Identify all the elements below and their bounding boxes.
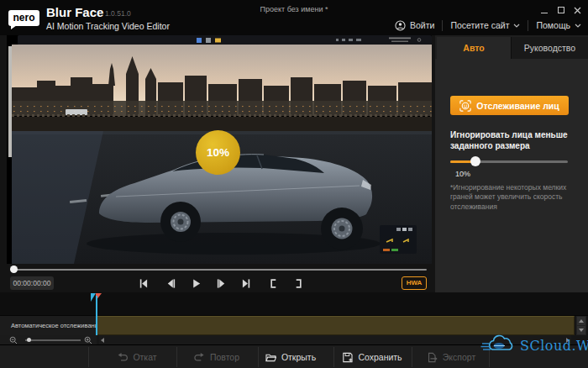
balustrade xyxy=(12,114,432,117)
divider xyxy=(176,347,177,367)
panel-body: Отслеживание лиц Игнорировать лица меньш… xyxy=(435,59,588,292)
mark-out-icon xyxy=(293,278,304,289)
app-title: Blur Face xyxy=(46,5,103,19)
scroll-up-button[interactable] xyxy=(577,317,585,325)
badge-value: 10% xyxy=(207,146,229,159)
export-label: Экспорт xyxy=(443,352,475,362)
undo-label: Откат xyxy=(133,352,156,362)
scroll-down-button[interactable] xyxy=(577,326,585,334)
redo-button[interactable]: Повтор xyxy=(194,345,239,368)
window-edge-sliver xyxy=(8,46,12,157)
frame-back-button[interactable] xyxy=(161,277,180,290)
help-button[interactable]: Помощь xyxy=(536,20,581,30)
track-faces-label: Отслеживание лиц xyxy=(476,101,559,111)
arrow-up-icon xyxy=(579,319,584,323)
save-button[interactable]: Сохранить xyxy=(342,345,402,368)
maximize-icon xyxy=(558,7,564,13)
divider xyxy=(258,347,259,367)
watermark: SCloud.WS xyxy=(480,334,588,356)
nero-logo-tail xyxy=(11,25,17,29)
zoom-in-icon[interactable] xyxy=(84,336,92,344)
app-window: nero Blur Face 1.0.51.0 AI Motion Tracki… xyxy=(0,0,588,368)
app-version: 1.0.51.0 xyxy=(105,9,131,18)
tab-manual-label: Руководство xyxy=(524,43,575,53)
open-button[interactable]: Открыть xyxy=(265,345,316,368)
minimize-icon xyxy=(541,13,548,13)
go-end-icon xyxy=(241,278,252,289)
mark-out-button[interactable] xyxy=(289,277,307,290)
export-button[interactable]: Экспорт xyxy=(427,345,475,368)
maximize-button[interactable] xyxy=(555,5,567,15)
visit-site-button[interactable]: Посетите сайт xyxy=(450,20,520,30)
user-circle-icon xyxy=(395,20,406,31)
tab-auto[interactable]: Авто xyxy=(437,37,511,59)
divider xyxy=(442,20,443,31)
ignore-size-label: Игнорировать лица меньше заданного разме… xyxy=(450,129,578,151)
save-label: Сохранить xyxy=(358,352,402,362)
chevron-down-icon xyxy=(575,24,581,28)
go-start-button[interactable] xyxy=(134,277,152,290)
open-folder-icon xyxy=(265,352,276,363)
track-header: Автоматическое отслеживание xyxy=(0,316,97,335)
size-slider-value: 10% xyxy=(455,170,470,178)
divider xyxy=(528,20,528,31)
divider xyxy=(88,347,89,367)
chevron-down-icon xyxy=(513,24,520,28)
auto-tracking-clip[interactable] xyxy=(97,316,575,335)
face-scan-icon xyxy=(459,100,471,112)
account-row: Войти Посетите сайт Помощь xyxy=(395,18,581,33)
app-subtitle: AI Motion Tracking Video Editor xyxy=(46,21,170,31)
nero-logo: nero xyxy=(8,10,39,26)
redo-label: Повтор xyxy=(210,352,239,362)
tab-auto-label: Авто xyxy=(463,43,484,53)
undo-button[interactable]: Откат xyxy=(117,345,156,368)
track-label: Автоматическое отслеживание xyxy=(11,322,102,329)
vertical-scrollbar xyxy=(576,316,586,335)
login-label: Войти xyxy=(410,20,434,30)
zoom-controls xyxy=(0,335,97,344)
scroll-left-icon[interactable] xyxy=(101,338,104,343)
panel-note: *Игнорирование некоторых мелких граней м… xyxy=(450,183,583,212)
mini-stats-overlay xyxy=(380,225,417,254)
size-slider-thumb[interactable] xyxy=(470,156,480,166)
mark-in-button[interactable] xyxy=(264,277,282,290)
timecode-display: 00:00:00:00 xyxy=(10,276,54,290)
go-end-button[interactable] xyxy=(237,277,255,290)
watermark-text: SCloud.WS xyxy=(520,338,588,354)
nero-logo-text: nero xyxy=(13,12,34,24)
frame-back-icon xyxy=(165,278,176,289)
undo-icon xyxy=(117,352,128,363)
frame-forward-button[interactable] xyxy=(212,277,230,290)
mark-in-icon xyxy=(268,278,279,289)
timeline-ruler[interactable]: 5s4f 10s9f 16s4f 21s9f 27s4f 32s9f 38s4f… xyxy=(0,292,588,315)
video-preview[interactable]: 10% xyxy=(7,35,432,264)
project-title: Проект без имени * xyxy=(260,5,328,13)
title-bar: nero Blur Face 1.0.51.0 AI Motion Tracki… xyxy=(0,0,588,35)
taskbar-strip xyxy=(18,35,432,45)
cloud-icon xyxy=(480,334,517,356)
settings-panel: Авто Руководство Отслеживание лиц Игнори… xyxy=(435,35,588,292)
arrow-down-icon xyxy=(579,329,584,332)
play-button[interactable] xyxy=(186,277,205,290)
hwa-toggle[interactable]: HWA xyxy=(402,276,427,290)
timeline-zoom-thumb[interactable] xyxy=(27,338,31,342)
boat xyxy=(66,109,87,115)
minimize-button[interactable] xyxy=(538,5,550,15)
redo-icon xyxy=(194,352,205,363)
export-icon xyxy=(427,352,438,363)
frame-forward-icon xyxy=(216,278,227,289)
seek-bar[interactable] xyxy=(12,269,427,271)
divider xyxy=(412,347,412,367)
login-button[interactable]: Войти xyxy=(395,20,434,31)
open-label: Открыть xyxy=(281,352,316,362)
tab-manual[interactable]: Руководство xyxy=(511,37,588,59)
close-button[interactable] xyxy=(571,5,583,15)
seek-thumb[interactable] xyxy=(10,265,18,273)
go-start-icon xyxy=(138,278,149,289)
zoom-out-icon[interactable] xyxy=(9,336,18,344)
timeline-zoom-slider[interactable] xyxy=(25,339,81,341)
embankment-wall xyxy=(12,117,432,131)
size-threshold-badge: 10% xyxy=(196,130,240,175)
track-faces-button[interactable]: Отслеживание лиц xyxy=(450,96,569,115)
divider xyxy=(333,347,334,367)
